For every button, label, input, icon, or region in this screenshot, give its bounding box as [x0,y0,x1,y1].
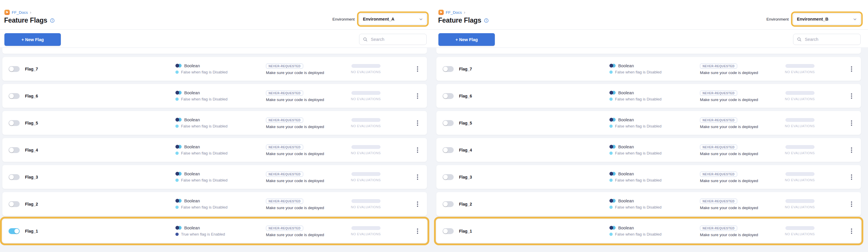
status-badge: NEVER-REQUESTED [266,198,303,204]
flag-row[interactable]: Flag_3 Boolean False when flag is Disabl… [436,165,861,189]
flag-row-wrap: Flag_5 Boolean False when flag is Disabl… [2,111,427,135]
search-box[interactable] [793,34,861,45]
info-icon[interactable] [484,18,489,23]
evaluations-label: NO EVALUATIONS [785,232,842,236]
flag-name: Flag_2 [459,202,610,207]
flag-toggle[interactable] [442,228,454,234]
flag-row[interactable]: Flag_7 Boolean False when flag is Disabl… [2,57,427,81]
evaluations-skeleton-bar [351,199,380,203]
flag-row[interactable]: Flag_2 Boolean False when flag is Disabl… [2,192,427,216]
flag-row[interactable]: Flag_6 Boolean False when flag is Disabl… [436,84,861,108]
row-menu-kebab-icon[interactable] [849,173,854,182]
environment-dropdown[interactable]: Environment_A [359,13,427,25]
row-menu-kebab-icon[interactable] [415,65,420,73]
toggle-knob [9,202,14,207]
boolean-type-icon [610,64,616,68]
row-menu-kebab-icon[interactable] [849,146,854,155]
status-hint: Make sure your code is deployed [700,206,783,210]
flag-toggle[interactable] [8,147,20,153]
new-flag-button[interactable]: + New Flag [438,33,495,46]
flag-row-wrap: Flag_3 Boolean False when flag is Disabl… [2,165,427,189]
flag-toggle[interactable] [8,120,20,126]
panel-header: ⚑ FF_Docs › Feature Flags Environment En… [0,0,434,30]
flag-toggle[interactable] [442,93,454,99]
breadcrumb-project-link[interactable]: FF_Docs [12,10,28,15]
flag-row[interactable]: Flag_7 Boolean False when flag is Disabl… [436,57,861,81]
flag-name: Flag_1 [25,229,176,233]
row-menu-kebab-icon[interactable] [849,92,854,100]
flag-toggle[interactable] [8,228,20,234]
status-hint: Make sure your code is deployed [700,152,783,156]
flag-row[interactable]: Flag_5 Boolean False when flag is Disabl… [2,111,427,135]
flag-toggle[interactable] [8,201,20,207]
search-box[interactable] [359,34,427,45]
flag-name: Flag_4 [459,148,610,152]
flag-toggle[interactable] [8,66,20,72]
toggle-knob [443,67,448,71]
flag-type-label: Boolean [618,63,634,68]
flag-row[interactable]: Flag_5 Boolean False when flag is Disabl… [436,111,861,135]
status-hint: Make sure your code is deployed [700,125,783,129]
environment-dropdown[interactable]: Environment_B [793,13,861,25]
flag-name: Flag_4 [25,148,176,152]
search-input[interactable] [370,37,423,42]
flag-row[interactable]: Flag_1 Boolean False when flag is Disabl… [436,219,861,243]
boolean-type-icon [610,91,616,95]
status-badge: NEVER-REQUESTED [700,91,737,96]
flag-row[interactable]: Flag_4 Boolean False when flag is Disabl… [436,138,861,162]
flag-row[interactable]: Flag_4 Boolean False when flag is Disabl… [2,138,427,162]
evaluations-skeleton-bar [351,172,380,176]
flag-row[interactable]: Flag_2 Boolean False when flag is Disabl… [436,192,861,216]
flag-toggle[interactable] [442,66,454,72]
flag-toggle[interactable] [8,93,20,99]
row-menu-kebab-icon[interactable] [415,146,420,155]
flag-row[interactable]: Flag_6 Boolean False when flag is Disabl… [2,84,427,108]
variation-dot-icon [610,97,613,101]
search-input[interactable] [804,37,857,42]
row-menu-kebab-icon[interactable] [849,227,854,235]
status-hint: Make sure your code is deployed [266,70,349,75]
new-flag-button[interactable]: + New Flag [4,33,61,46]
toggle-knob [443,94,448,98]
flag-name: Flag_5 [459,121,610,125]
flag-toggle[interactable] [8,174,20,180]
row-menu-kebab-icon[interactable] [849,65,854,73]
evaluations-skeleton-bar [351,64,380,68]
project-logo-icon: ⚑ [438,10,444,15]
row-menu-kebab-icon[interactable] [849,119,854,127]
flag-row[interactable]: Flag_1 Boolean True when flag is Enabled… [2,219,427,243]
variation-dot-icon [176,232,179,236]
flag-toggle[interactable] [442,174,454,180]
row-menu-kebab-icon[interactable] [415,92,420,100]
flag-name: Flag_3 [459,175,610,180]
flag-row-wrap: Flag_4 Boolean False when flag is Disabl… [436,138,861,162]
evaluations-label: NO EVALUATIONS [351,70,408,74]
flag-name: Flag_1 [459,229,610,233]
flag-row-wrap: Flag_6 Boolean False when flag is Disabl… [436,84,861,108]
row-menu-kebab-icon[interactable] [415,227,420,235]
flag-toggle[interactable] [442,201,454,207]
flag-toggle[interactable] [442,147,454,153]
flag-type-label: Boolean [618,171,634,176]
variation-dot-icon [176,179,179,182]
row-menu-kebab-icon[interactable] [415,173,420,182]
evaluations-label: NO EVALUATIONS [785,151,842,155]
variation-label: False when flag is Disabled [615,232,661,237]
evaluations-skeleton-bar [351,226,380,230]
flag-row[interactable]: Flag_3 Boolean False when flag is Disabl… [2,165,427,189]
partial-row [2,48,427,54]
evaluations-label: NO EVALUATIONS [351,151,408,155]
variation-label: False when flag is Disabled [181,205,227,210]
flag-toggle[interactable] [442,120,454,126]
variation-dot-icon [176,206,179,209]
row-menu-kebab-icon[interactable] [415,119,420,127]
flag-row-wrap: Flag_1 Boolean True when flag is Enabled… [2,219,427,243]
status-badge: NEVER-REQUESTED [266,171,303,177]
info-icon[interactable] [50,18,55,23]
variation-dot-icon [176,70,179,74]
breadcrumb-project-link[interactable]: FF_Docs [446,10,462,15]
row-menu-kebab-icon[interactable] [415,200,420,209]
flag-name: Flag_7 [459,67,610,71]
row-menu-kebab-icon[interactable] [849,200,854,209]
flag-type-label: Boolean [184,118,200,122]
